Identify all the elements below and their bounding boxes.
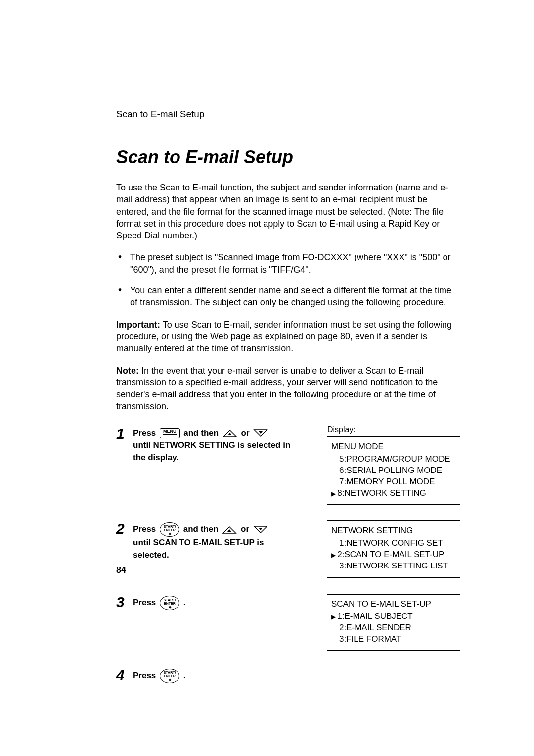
svg-marker-7 — [259, 528, 263, 530]
and-then-label: and then — [183, 428, 221, 438]
step-tail-1: until NETWORK SETTING is selected in — [133, 440, 290, 450]
important-paragraph: Important: To use Scan to E-mail, sender… — [116, 319, 460, 355]
up-arrow-key-icon — [222, 525, 237, 534]
step-instruction: Press START/ENTER◈ . — [133, 594, 327, 610]
step-2: 2 Press START/ENTER◈ and then or — [116, 520, 460, 585]
display-item: 6:SERIAL POLLING MODE — [331, 465, 456, 476]
display-label: Display: — [327, 425, 460, 434]
menu-key-icon: MENU — [160, 428, 180, 438]
note-paragraph: Note: In the event that your e-mail serv… — [116, 365, 460, 413]
display-selected-item: 1:E-MAIL SUBJECT — [331, 611, 456, 622]
intro-paragraph: To use the Scan to E-mail function, the … — [116, 182, 460, 241]
display-header: MENU MODE — [331, 441, 456, 453]
step-3: 3 Press START/ENTER◈ . SCAN TO E-MAIL SE… — [116, 594, 460, 658]
step-4: 4 Press START/ENTER◈ . — [116, 667, 460, 683]
display-column: NETWORK SETTING 1:NETWORK CONFIG SET 2:S… — [327, 520, 460, 585]
display-item: 1:NETWORK CONFIG SET — [331, 538, 456, 549]
press-label: Press — [133, 671, 158, 680]
display-header: SCAN TO E-MAIL SET-UP — [331, 599, 456, 610]
display-selected-item: 2:SCAN TO E-MAIL SET-UP — [331, 549, 456, 561]
bullet-item: The preset subject is "Scanned image fro… — [116, 251, 460, 276]
display-item: 3:FILE FORMAT — [331, 634, 456, 645]
or-label: or — [241, 524, 252, 534]
press-label: Press — [133, 598, 158, 607]
display-item: 2:E-MAIL SENDER — [331, 622, 456, 634]
step-number: 3 — [116, 594, 133, 610]
step-number: 4 — [116, 667, 133, 683]
display-selected-item: 8:NETWORK SETTING — [331, 488, 456, 499]
step-tail-2: the display. — [133, 453, 178, 462]
down-arrow-key-icon — [253, 429, 268, 438]
display-header: NETWORK SETTING — [331, 525, 456, 537]
step-number: 2 — [116, 520, 133, 536]
down-arrow-key-icon — [253, 525, 268, 534]
period: . — [183, 671, 186, 680]
steps-section: 1 Press MENU and then or until NETWORK S… — [116, 425, 460, 683]
step-number: 1 — [116, 425, 133, 441]
step-1: 1 Press MENU and then or until NETWORK S… — [116, 425, 460, 512]
step-instruction: Press START/ENTER◈ . — [133, 667, 327, 683]
page-number: 84 — [116, 565, 126, 575]
display-column: Display: MENU MODE 5:PROGRAM/GROUP MODE … — [327, 425, 460, 512]
press-label: Press — [133, 524, 158, 534]
step-tail-1: until SCAN TO E-MAIL SET-UP is — [133, 538, 264, 547]
page-title: Scan to E-mail Setup — [116, 147, 460, 168]
display-box-3: SCAN TO E-MAIL SET-UP 1:E-MAIL SUBJECT 2… — [327, 594, 460, 651]
and-then-label: and then — [183, 524, 221, 534]
start-enter-key-icon: START/ENTER◈ — [160, 669, 179, 683]
svg-marker-3 — [259, 431, 263, 434]
display-item: 7:MEMORY POLL MODE — [331, 476, 456, 488]
step-tail-2: selected. — [133, 550, 169, 560]
running-head: Scan to E-mail Setup — [116, 109, 460, 120]
svg-marker-5 — [227, 529, 231, 532]
step-instruction: Press MENU and then or until NETWORK SET… — [133, 425, 327, 464]
important-label: Important: — [116, 320, 160, 330]
up-arrow-key-icon — [222, 429, 237, 438]
bullet-list: The preset subject is "Scanned image fro… — [116, 251, 460, 308]
or-label: or — [241, 428, 252, 438]
period: . — [183, 598, 186, 607]
note-text: In the event that your e-mail server is … — [116, 366, 438, 412]
display-item: 3:NETWORK SETTING LIST — [331, 561, 456, 572]
svg-marker-1 — [228, 433, 232, 435]
start-enter-key-icon: START/ENTER◈ — [160, 522, 179, 537]
step-instruction: Press START/ENTER◈ and then or until SCA… — [133, 520, 327, 561]
important-text: To use Scan to E-mail, sender informatio… — [116, 320, 452, 354]
start-enter-key-icon: START/ENTER◈ — [160, 596, 179, 610]
display-box-2: NETWORK SETTING 1:NETWORK CONFIG SET 2:S… — [327, 520, 460, 578]
display-column: SCAN TO E-MAIL SET-UP 1:E-MAIL SUBJECT 2… — [327, 594, 460, 658]
bullet-item: You can enter a different sender name an… — [116, 284, 460, 309]
press-label: Press — [133, 428, 158, 438]
page-content: Scan to E-mail Setup Scan to E-mail Setu… — [0, 0, 534, 683]
display-box-1: MENU MODE 5:PROGRAM/GROUP MODE 6:SERIAL … — [327, 436, 460, 505]
display-item: 5:PROGRAM/GROUP MODE — [331, 454, 456, 465]
note-label: Note: — [116, 366, 139, 376]
